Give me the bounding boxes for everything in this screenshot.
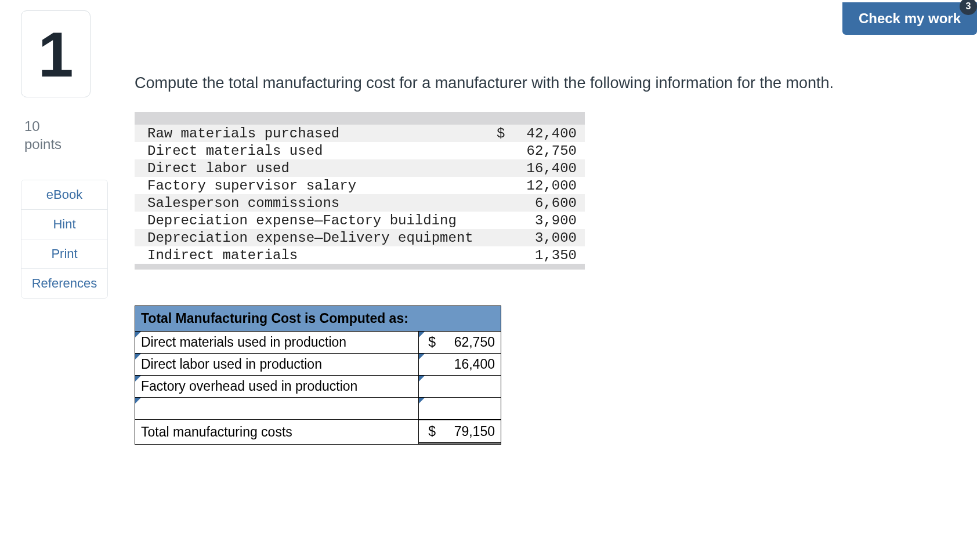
info-currency: $	[497, 126, 513, 141]
info-bar-top	[135, 112, 585, 125]
info-row: Factory supervisor salary 12,000	[135, 177, 585, 194]
answer-total-amount-cell: $79,150	[419, 420, 501, 445]
info-label: Factory supervisor salary	[147, 178, 497, 194]
sidebar: 1 10 points eBook Hint Print References	[21, 10, 108, 299]
side-links: eBook Hint Print References	[21, 180, 108, 299]
info-row: Salesperson commissions 6,600	[135, 194, 585, 212]
check-my-work-label: Check my work	[859, 10, 961, 26]
info-bar-bottom	[135, 264, 585, 270]
info-label: Salesperson commissions	[147, 195, 497, 211]
info-label: Indirect materials	[147, 248, 497, 263]
info-row: Indirect materials 1,350	[135, 246, 585, 264]
answer-table: Total Manufacturing Cost is Computed as:…	[135, 306, 501, 445]
answer-row-amount-cell[interactable]	[419, 376, 501, 398]
answer-total-value: 79,150	[454, 424, 495, 439]
answer-row-amount-cell[interactable]: $62,750	[419, 332, 501, 354]
answer-row-label-cell[interactable]: Factory overhead used in production	[135, 376, 419, 398]
answer-row-label: Factory overhead used in production	[141, 379, 357, 394]
main-content: Compute the total manufacturing cost for…	[135, 74, 975, 445]
answer-row: Direct materials used in production $62,…	[135, 332, 501, 354]
question-prompt: Compute the total manufacturing cost for…	[135, 74, 975, 92]
answer-total-currency: $	[428, 424, 436, 439]
info-block: Raw materials purchased $ 42,400 Direct …	[135, 112, 585, 270]
check-badge-count: 3	[966, 1, 971, 12]
info-value: 16,400	[513, 161, 577, 176]
print-link[interactable]: Print	[21, 239, 107, 268]
answer-row-value: 62,750	[454, 334, 495, 350]
answer-row-label: Direct materials used in production	[141, 334, 346, 350]
info-value: 12,000	[513, 178, 577, 194]
answer-total-label: Total manufacturing costs	[135, 420, 419, 445]
answer-header: Total Manufacturing Cost is Computed as:	[135, 306, 501, 332]
answer-total-row: Total manufacturing costs $79,150	[135, 420, 501, 445]
info-label: Direct labor used	[147, 161, 497, 176]
points-label: points	[24, 136, 61, 152]
answer-row	[135, 398, 501, 420]
info-row: Raw materials purchased $ 42,400	[135, 125, 585, 142]
answer-row-label-cell[interactable]	[135, 398, 419, 420]
answer-row-amount-cell[interactable]	[419, 398, 501, 420]
info-row: Direct labor used 16,400	[135, 159, 585, 177]
references-link[interactable]: References	[21, 268, 107, 298]
answer-row-label-cell[interactable]: Direct materials used in production	[135, 332, 419, 354]
answer-row: Direct labor used in production 16,400	[135, 354, 501, 376]
info-label: Depreciation expense—Factory building	[147, 213, 497, 228]
points-info: 10 points	[24, 117, 108, 153]
answer-row-label-cell[interactable]: Direct labor used in production	[135, 354, 419, 376]
ebook-link[interactable]: eBook	[21, 180, 107, 209]
info-value: 1,350	[513, 248, 577, 263]
info-value: 3,900	[513, 213, 577, 228]
info-value: 6,600	[513, 195, 577, 211]
answer-row-amount-cell[interactable]: 16,400	[419, 354, 501, 376]
answer-row-label: Direct labor used in production	[141, 357, 322, 372]
info-rows: Raw materials purchased $ 42,400 Direct …	[135, 125, 585, 264]
info-label: Raw materials purchased	[147, 126, 497, 141]
answer-row: Factory overhead used in production	[135, 376, 501, 398]
info-row: Depreciation expense—Factory building 3,…	[135, 212, 585, 229]
info-value: 42,400	[513, 126, 577, 141]
answer-header-row: Total Manufacturing Cost is Computed as:	[135, 306, 501, 332]
info-value: 3,000	[513, 230, 577, 246]
check-my-work-button[interactable]: Check my work	[842, 2, 977, 35]
hint-link[interactable]: Hint	[21, 209, 107, 239]
info-row: Depreciation expense—Delivery equipment …	[135, 229, 585, 246]
answer-row-currency: $	[428, 334, 436, 350]
answer-row-value: 16,400	[454, 357, 495, 372]
info-label: Depreciation expense—Delivery equipment	[147, 230, 497, 246]
points-value: 10	[24, 118, 40, 134]
question-number: 1	[38, 17, 73, 91]
info-value: 62,750	[513, 143, 577, 159]
question-number-box: 1	[21, 10, 91, 97]
info-row: Direct materials used 62,750	[135, 142, 585, 159]
info-label: Direct materials used	[147, 143, 497, 159]
